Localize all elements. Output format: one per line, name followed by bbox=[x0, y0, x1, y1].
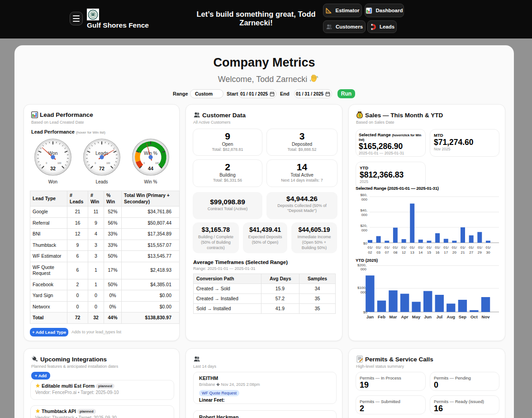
svg-text:08: 08 bbox=[393, 250, 397, 255]
svg-text:27: 27 bbox=[469, 250, 473, 255]
svg-text:0: 0 bbox=[95, 162, 96, 164]
svg-text:$40,: $40, bbox=[360, 208, 367, 212]
svg-text:30: 30 bbox=[486, 250, 490, 255]
svg-text:01/: 01/ bbox=[443, 245, 449, 250]
svg-text:29: 29 bbox=[478, 250, 482, 255]
svg-text:$0: $0 bbox=[363, 241, 367, 245]
svg-text:$20,: $20, bbox=[360, 224, 367, 228]
svg-text:000: 000 bbox=[361, 267, 367, 271]
svg-text:03: 03 bbox=[376, 250, 380, 255]
svg-text:$0: $0 bbox=[363, 310, 367, 314]
svg-text:01/: 01/ bbox=[427, 245, 432, 250]
svg-text:Jan: Jan bbox=[366, 314, 374, 319]
svg-text:01/: 01/ bbox=[452, 245, 457, 250]
svg-text:01/: 01/ bbox=[393, 245, 398, 250]
svg-text:100: 100 bbox=[155, 162, 159, 164]
svg-text:Jul: Jul bbox=[436, 314, 442, 319]
svg-text:Sep: Sep bbox=[459, 314, 467, 319]
svg-text:0: 0 bbox=[143, 162, 145, 164]
svg-text:13: 13 bbox=[410, 250, 414, 255]
svg-text:Feb: Feb bbox=[378, 314, 385, 319]
svg-text:Nov: Nov bbox=[482, 314, 490, 319]
svg-text:000: 000 bbox=[361, 197, 368, 202]
svg-text:Apr: Apr bbox=[401, 314, 408, 319]
svg-text:15: 15 bbox=[427, 250, 431, 255]
svg-text:Oct: Oct bbox=[470, 314, 478, 319]
svg-text:01/: 01/ bbox=[477, 245, 483, 250]
svg-text:01/: 01/ bbox=[485, 245, 491, 250]
svg-text:01/: 01/ bbox=[385, 245, 390, 250]
svg-text:000: 000 bbox=[361, 290, 367, 294]
svg-text:72: 72 bbox=[99, 166, 104, 171]
svg-text:$: $ bbox=[359, 113, 361, 118]
svg-text:$60,: $60, bbox=[360, 193, 367, 197]
svg-text:01/: 01/ bbox=[418, 245, 423, 250]
svg-text:01/: 01/ bbox=[410, 245, 415, 250]
svg-text:01/: 01/ bbox=[435, 245, 441, 250]
svg-text:000: 000 bbox=[361, 228, 368, 232]
svg-text:$100,: $100, bbox=[357, 286, 366, 290]
svg-text:Aug: Aug bbox=[447, 314, 456, 319]
svg-text:14: 14 bbox=[418, 250, 423, 255]
svg-text:02: 02 bbox=[368, 250, 372, 255]
svg-text:May: May bbox=[412, 314, 421, 319]
svg-text:16: 16 bbox=[436, 250, 440, 255]
svg-text:100: 100 bbox=[106, 162, 110, 164]
svg-text:17: 17 bbox=[444, 250, 448, 255]
svg-text:Mar: Mar bbox=[390, 314, 397, 319]
svg-text:01/: 01/ bbox=[460, 245, 466, 250]
svg-text:01/: 01/ bbox=[376, 245, 381, 250]
svg-text:01/: 01/ bbox=[367, 245, 373, 250]
svg-text:21: 21 bbox=[461, 250, 465, 255]
svg-text:07: 07 bbox=[385, 250, 389, 255]
svg-text:?: ? bbox=[218, 384, 219, 386]
svg-text:01/: 01/ bbox=[469, 245, 474, 250]
svg-text:$200,: $200, bbox=[357, 263, 366, 267]
svg-text:32: 32 bbox=[50, 166, 56, 171]
svg-text:000: 000 bbox=[361, 213, 368, 217]
svg-text:0: 0 bbox=[46, 162, 47, 164]
svg-text:12: 12 bbox=[402, 250, 406, 255]
svg-text:44: 44 bbox=[148, 166, 153, 171]
svg-text:01/: 01/ bbox=[401, 245, 407, 250]
svg-text:100: 100 bbox=[57, 162, 62, 164]
svg-text:Jun: Jun bbox=[424, 314, 432, 319]
svg-text:20: 20 bbox=[452, 250, 456, 255]
